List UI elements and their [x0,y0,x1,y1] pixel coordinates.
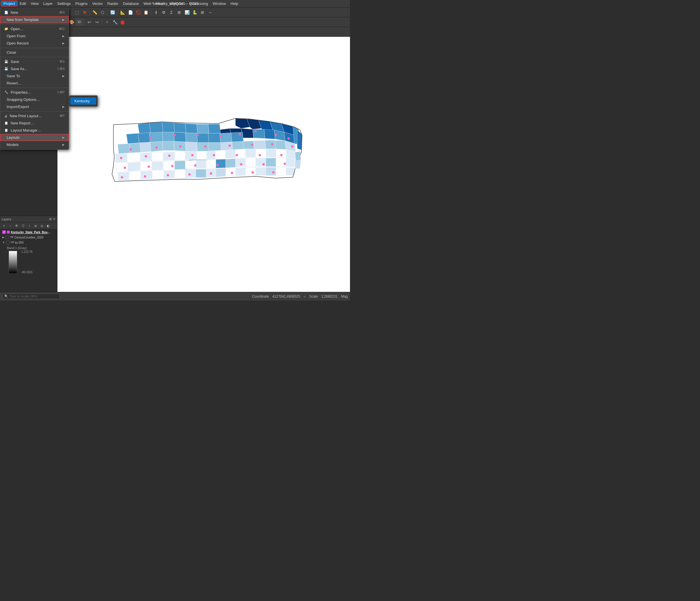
menu-properties[interactable]: 🔧 Properties… ⇧⌘P [0,89,69,96]
map-canvas[interactable] [57,37,350,292]
collapse-all-button[interactable]: ⊞ [33,223,39,229]
layer-icon: 🗺 [10,241,14,244]
layout2-tool[interactable]: 📄 [127,8,134,16]
remove-layer-button[interactable]: − [7,223,13,229]
svg-point-109 [254,130,257,133]
menu-layer[interactable]: Layer [41,1,55,6]
menu-open[interactable]: 📁 Open… ⌘O [0,25,69,32]
menu-open-recent[interactable]: Open Recent ▶ [0,40,69,47]
expand-all-button[interactable]: ↕ [26,223,32,229]
chart-tool[interactable]: 📊 [183,8,191,16]
layer-checkbox[interactable] [5,236,9,239]
table-row[interactable]: ▼ 🗺 ky-250 [0,240,57,245]
menu-help[interactable]: Help [228,1,241,6]
magnification-label: Mag [341,294,348,298]
menu-new-report[interactable]: 📋 New Report… [0,120,69,127]
layer-label: CensusCounties_2020 [14,236,43,239]
svg-marker-70 [140,162,152,171]
table-row[interactable]: ▶ 🗺 CensusCounties_2020 [0,235,57,240]
menu-settings[interactable]: Settings [55,1,73,6]
svg-marker-24 [162,132,175,141]
toggle-visibility-button[interactable]: 👁 [14,223,20,229]
menu-save-as[interactable]: 💾 Save As… ⇧⌘S [0,65,69,72]
menu-revert[interactable]: Revert… [0,79,69,87]
gradient-bottom-value: -90.3101 [21,271,32,274]
menu-new[interactable]: 📄 New ⌘N [0,9,69,16]
menu-open-from[interactable]: Open From ▶ [0,32,69,40]
layers-panel: Layers ⊞ ✕ + − 👁 ▽ ↕ ⊞ ⊟ ◐ ✓ Kentucky_St… [0,216,57,292]
menu-project[interactable]: Project [1,1,17,6]
measure-area-tool[interactable]: ⬡ [99,8,106,16]
arrows-tool[interactable]: ↔ [206,8,214,16]
layer-options-button[interactable]: ⊟ [39,223,45,229]
menu-layout-manager[interactable]: 📋 Layout Manager… [0,127,69,134]
snap-tool[interactable]: ℹ [103,18,111,26]
python-tool[interactable]: 🐍 [191,8,198,16]
layer-checkbox[interactable]: ✓ [2,231,6,234]
layout-tool[interactable]: 📐 [119,8,126,16]
table-row[interactable]: ✓ Kentucky_State_Park_Boundaries — Kentu… [0,230,57,235]
svg-marker-90 [175,170,185,178]
layout-kentucky-button[interactable]: Kentucky [70,97,96,104]
report-icon: 📋 [4,121,8,125]
svg-marker-49 [275,140,286,150]
svg-marker-64 [255,149,266,158]
svg-marker-87 [141,171,152,179]
svg-marker-28 [208,133,221,143]
table-tool[interactable]: ⊞ [175,8,183,16]
svg-marker-76 [206,160,216,169]
band-value: 1,123.78 [21,250,32,254]
svg-point-112 [129,148,132,150]
menu-snapping[interactable]: Snapping Options… [0,96,69,103]
menu-save-to[interactable]: Save To ▶ [0,72,69,79]
layer-checkbox[interactable] [6,241,9,244]
layers-close-icon[interactable]: ✕ [53,217,55,221]
grid-tool[interactable]: ⊞ [199,8,206,16]
locate-bar[interactable]: 🔍 Type to locate (⌘K) [2,294,60,299]
menu-save[interactable]: 💾 Save ⌘S [0,58,69,65]
svg-marker-52 [127,153,140,162]
svg-point-117 [251,144,253,146]
add-layer-button[interactable]: + [1,223,7,229]
svg-marker-54 [152,152,163,161]
svg-marker-94 [216,168,226,177]
menu-new-print-layout[interactable]: 🖨 New Print Layout… ⌘P [0,112,69,120]
svg-marker-16 [162,122,175,132]
menu-import-export[interactable]: Import/Export ▶ [0,103,69,110]
snap-config-tool[interactable]: 🔧 [111,18,119,26]
svg-point-133 [240,163,242,166]
settings-gear[interactable]: ⚙ [160,8,167,16]
layout3-tool[interactable]: 🚫 [134,8,142,16]
menu-edit[interactable]: Edit [17,1,28,6]
menu-vector[interactable]: Vector [90,1,105,6]
refresh-tool[interactable]: 🔄 [109,8,116,16]
layer-filter-button[interactable]: ◐ [45,223,51,229]
menu-new-from-template[interactable]: New from Template ▶ [0,16,69,23]
menu-close[interactable]: Close [0,49,69,56]
layers-expand-icon[interactable]: ⊞ [49,217,52,221]
svg-marker-42 [197,143,209,152]
menu-layouts[interactable]: Layouts ▶ [0,134,69,141]
info-tool[interactable]: ℹ [152,8,160,16]
menu-plugins[interactable]: Plugins [73,1,90,6]
svg-marker-89 [164,170,175,179]
menu-raster[interactable]: Raster [105,1,121,6]
stats-tool[interactable]: Σ [168,8,175,16]
menu-models[interactable]: Models ▶ [0,141,69,148]
band-label: Band 1 (Gray) [7,246,55,250]
svg-marker-84 [286,158,296,167]
svg-marker-74 [185,160,196,169]
submenu-arrow2-icon: ▶ [62,34,65,38]
menu-window[interactable]: Window [210,1,228,6]
menu-database[interactable]: Database [121,1,141,6]
layout4-tool[interactable]: 📋 [142,8,150,16]
filter-layers-button[interactable]: ▽ [20,223,26,229]
print-icon: 🖨 [4,114,7,118]
menu-view[interactable]: View [28,1,41,6]
submenu-arrow-icon: ▶ [62,18,65,21]
submenu-arrow6-icon: ▶ [62,136,65,139]
svg-point-143 [272,171,274,173]
svg-marker-31 [253,129,265,139]
layouts-submenu: Kentucky [69,95,98,150]
svg-marker-144 [295,151,301,161]
